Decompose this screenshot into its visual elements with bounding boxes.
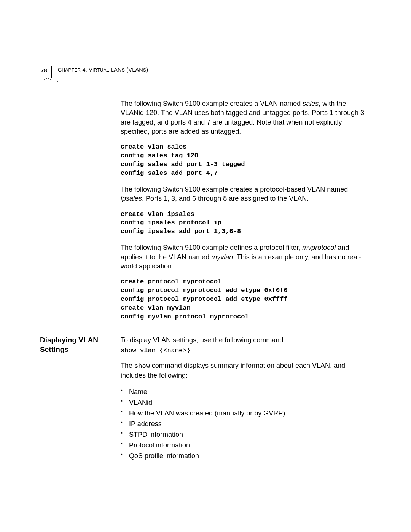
text: The following Switch 9100 example create…: [121, 100, 303, 107]
svg-point-1: [42, 80, 43, 80]
svg-point-0: [40, 81, 41, 81]
section-intro: To display VLAN settings, use the follow…: [121, 335, 371, 345]
text: . Ports 1, 3, and 6 through 8 are assign…: [142, 195, 309, 202]
italic-term: sales: [303, 100, 319, 107]
italic-term: ipsales: [121, 195, 142, 202]
dot-curve-icon: [40, 78, 63, 83]
list-item: Protocol information: [121, 440, 371, 451]
text: command displays summary information abo…: [121, 362, 345, 379]
paragraph: The following Switch 9100 example define…: [121, 243, 371, 271]
section: Displaying VLAN Settings To display VLAN…: [40, 332, 371, 462]
list-item: IP address: [121, 419, 371, 430]
svg-point-9: [57, 81, 58, 82]
paragraph: The following Switch 9100 example create…: [121, 185, 371, 203]
code-block: create protocol myprotocol config protoc…: [121, 278, 371, 321]
text: The: [121, 362, 134, 369]
svg-point-4: [48, 78, 49, 79]
svg-point-2: [44, 79, 45, 80]
svg-point-5: [50, 79, 51, 80]
italic-term: myvlan: [211, 253, 233, 261]
code-block: create vlan ipsales config ipsales proto…: [121, 210, 371, 236]
section-body: To display VLAN settings, use the follow…: [121, 335, 371, 462]
code-block: create vlan sales config sales tag 120 c…: [121, 143, 371, 178]
main-column: The following Switch 9100 example create…: [40, 99, 371, 321]
svg-point-6: [52, 80, 53, 80]
list-item: QoS profile information: [121, 451, 371, 462]
text: The following Switch 9100 example create…: [121, 185, 348, 193]
svg-point-7: [54, 80, 54, 81]
running-header: 78 CHAPTER 4: VIRTUAL LANS (VLANS): [40, 66, 371, 78]
section-side-heading: Displaying VLAN Settings: [40, 335, 121, 462]
section-desc: The show command displays summary inform…: [121, 361, 371, 380]
list-item: How the VLAN was created (manually or by…: [121, 408, 371, 419]
list-item: STPD information: [121, 430, 371, 440]
list-item: VLANid: [121, 398, 371, 408]
svg-point-8: [56, 81, 56, 82]
italic-term: myprotocol: [302, 244, 336, 251]
inline-code: show: [134, 363, 150, 370]
bullet-list: Name VLANid How the VLAN was created (ma…: [121, 387, 371, 461]
page-number: 78: [40, 66, 52, 78]
text: The following Switch 9100 example define…: [121, 244, 302, 251]
svg-point-3: [46, 78, 47, 79]
chapter-title: CHAPTER 4: VIRTUAL LANS (VLANS): [58, 66, 148, 73]
command-syntax: show vlan {<name>}: [121, 347, 371, 354]
paragraph: The following Switch 9100 example create…: [121, 99, 371, 136]
list-item: Name: [121, 387, 371, 398]
page-content: 78 CHAPTER 4: VIRTUAL LANS (VLANS) The f…: [40, 66, 371, 462]
